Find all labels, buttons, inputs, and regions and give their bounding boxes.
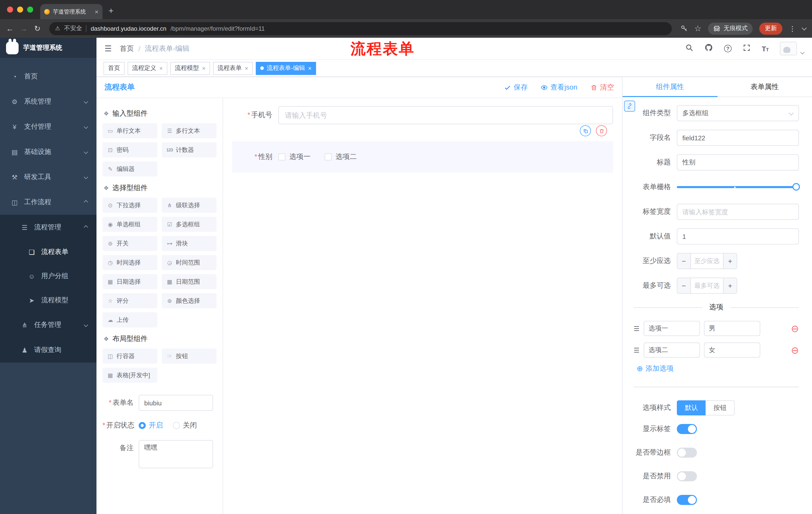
save-button[interactable]: 保存 [504, 83, 528, 92]
palette-item-color-picker[interactable]: ⊛颜色选择 [162, 293, 216, 308]
palette-item-date-picker[interactable]: ▦日期选择 [103, 274, 157, 289]
palette-item-row-container[interactable]: ◫行容器 [103, 349, 157, 363]
component-type-select[interactable]: 多选框组 [677, 105, 799, 121]
palette-item-counter[interactable]: 123计数器 [162, 142, 216, 157]
close-icon[interactable]: × [308, 65, 312, 71]
checkbox-option-1[interactable]: 选项一 [279, 153, 311, 161]
browser-menu-icon[interactable]: ⋮ [789, 24, 796, 32]
tab-form-props[interactable]: 表单属性 [717, 77, 812, 97]
palette-item-date-range[interactable]: ▩日期范围 [162, 274, 216, 289]
sidebar-item-workflow[interactable]: ◫ 工作流程 [0, 190, 96, 215]
forward-button[interactable]: → [20, 25, 28, 32]
remove-option-icon[interactable]: ⊖ [791, 324, 799, 333]
form-remark-textarea[interactable]: 嘿嘿 [139, 440, 213, 468]
min-select-value[interactable]: 至少应选 [691, 253, 723, 269]
sidebar-item-devtools[interactable]: ⚒ 研发工具 [0, 164, 96, 190]
palette-item-editor[interactable]: ✎编辑器 [103, 161, 157, 177]
address-bar[interactable]: ⚠ 不安全 dashboard.yudao.iocoder.cn/bpm/man… [49, 22, 672, 35]
palette-item-cascader[interactable]: ⋔级联选择 [162, 198, 216, 213]
tag-home[interactable]: 首页 [104, 62, 125, 75]
option-value-input[interactable] [704, 343, 760, 358]
palette-item-slider[interactable]: ⊶滑块 [162, 236, 216, 251]
clear-button[interactable]: 清空 [590, 83, 614, 92]
drag-handle-icon[interactable]: ☰ [634, 325, 639, 332]
new-tab-button[interactable]: + [109, 6, 114, 16]
close-icon[interactable]: × [202, 65, 205, 71]
minimize-window-button[interactable] [17, 6, 23, 12]
tag-process-form-edit[interactable]: 流程表单-编辑 × [256, 62, 316, 75]
sidebar-item-user-group[interactable]: ☺ 用户分组 [0, 264, 96, 288]
remove-option-icon[interactable]: ⊖ [791, 345, 799, 355]
title-input[interactable] [677, 154, 799, 170]
required-toggle[interactable] [677, 495, 697, 505]
palette-item-rate[interactable]: ☆评分 [103, 293, 157, 308]
tab-component-props[interactable]: 组件属性 [622, 77, 717, 97]
field-name-input[interactable] [677, 130, 799, 146]
maximize-window-button[interactable] [27, 6, 33, 12]
phone-field-row[interactable]: *手机号 [232, 106, 613, 124]
radio-off[interactable]: 关闭 [173, 421, 197, 430]
palette-item-radio-group[interactable]: ◉单选框组 [103, 217, 157, 232]
palette-item-button[interactable]: ☞按钮 [162, 349, 216, 363]
phone-input[interactable] [279, 106, 613, 124]
chevron-down-icon[interactable] [802, 25, 807, 30]
hamburger-icon[interactable]: ☰ [105, 44, 112, 53]
add-option-button[interactable]: ⊕ 添加选项 [637, 364, 799, 373]
sidebar-item-infrastructure[interactable]: ▤ 基础设施 [0, 139, 96, 164]
sidebar-item-task-management[interactable]: ⋔ 任务管理 [0, 312, 96, 337]
tag-process-model[interactable]: 流程模型 × [170, 62, 210, 75]
search-icon[interactable] [685, 44, 693, 54]
style-default-button[interactable]: 默认 [677, 400, 705, 415]
bookmark-star-icon[interactable]: ☆ [694, 24, 701, 33]
palette-item-multi-line[interactable]: ☰多行文本 [162, 123, 216, 138]
tag-process-definition[interactable]: 流程定义 × [127, 62, 167, 75]
font-size-icon[interactable]: TT [762, 45, 769, 53]
tag-process-form[interactable]: 流程表单 × [213, 62, 253, 75]
form-name-input[interactable] [139, 395, 213, 411]
option-name-input[interactable] [643, 343, 700, 358]
breadcrumb-home[interactable]: 首页 [120, 44, 134, 53]
close-icon[interactable]: × [159, 65, 163, 71]
default-value-input[interactable] [677, 228, 799, 244]
sidebar-item-system[interactable]: ⚙ 系统管理 [0, 89, 96, 114]
sidebar-item-process-form[interactable]: ❏ 流程表单 [0, 240, 96, 264]
security-label[interactable]: 不安全 [64, 24, 82, 33]
palette-item-upload[interactable]: ☁上传 [103, 312, 157, 327]
show-label-toggle[interactable] [677, 424, 697, 434]
palette-item-select[interactable]: ⊙下拉选择 [103, 198, 157, 213]
sidebar-item-process-management[interactable]: ☰ 流程管理 [0, 215, 96, 240]
gender-field-selected[interactable]: *性别 选项一 选项二 [232, 141, 613, 172]
delete-component-button[interactable] [596, 125, 607, 136]
reload-button[interactable]: ↻ [34, 25, 40, 32]
border-toggle[interactable] [677, 448, 697, 458]
password-key-icon[interactable] [680, 25, 688, 32]
back-button[interactable]: ← [6, 25, 13, 32]
option-name-input[interactable] [643, 321, 700, 336]
palette-item-password[interactable]: ⊡密码 [103, 142, 157, 157]
sidebar-logo[interactable]: 芋道管理系统 [0, 38, 96, 58]
palette-item-switch[interactable]: ⊜开关 [103, 236, 157, 251]
plus-button[interactable]: + [723, 278, 736, 293]
copy-component-button[interactable] [580, 125, 591, 136]
palette-item-time-range[interactable]: ◶时间范围 [162, 255, 216, 270]
update-button[interactable]: 更新 [759, 22, 782, 34]
avatar[interactable] [780, 42, 797, 55]
grid-slider[interactable] [677, 179, 799, 195]
sidebar-item-process-model[interactable]: ➤ 流程模型 [0, 288, 96, 312]
fullscreen-icon[interactable] [743, 44, 751, 54]
sidebar-item-home[interactable]: ◔ 首页 [0, 64, 96, 89]
radio-on[interactable]: 开启 [139, 421, 163, 430]
minus-button[interactable]: − [677, 278, 691, 293]
link-icon[interactable] [624, 101, 635, 112]
palette-item-single-line[interactable]: ▭单行文本 [103, 123, 157, 138]
github-icon[interactable] [704, 43, 713, 54]
max-select-value[interactable]: 最多可选 [691, 278, 723, 293]
palette-item-time-picker[interactable]: ◷时间选择 [103, 255, 157, 270]
palette-item-checkbox-group[interactable]: ☑多选框组 [162, 217, 216, 232]
view-json-button[interactable]: 查看json [541, 83, 577, 92]
checkbox-option-2[interactable]: 选项二 [325, 153, 357, 161]
sidebar-item-leave-query[interactable]: ♟ 请假查询 [0, 337, 96, 362]
option-value-input[interactable] [704, 321, 760, 336]
style-button-button[interactable]: 按钮 [705, 400, 735, 415]
sidebar-item-payment[interactable]: ¥ 支付管理 [0, 114, 96, 139]
